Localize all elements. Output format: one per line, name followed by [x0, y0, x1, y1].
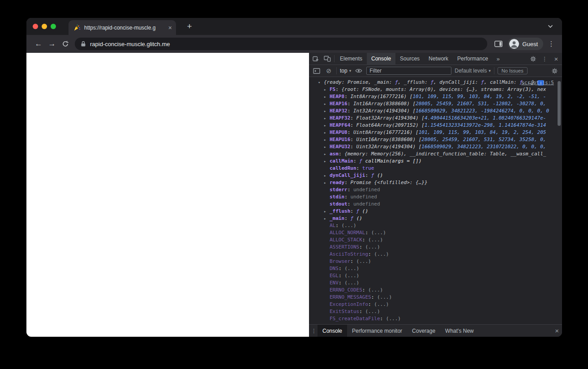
getter-ellipsis[interactable]: (...) — [374, 251, 389, 257]
live-expression-eye-icon[interactable] — [354, 68, 363, 73]
console-settings-gear-icon[interactable] — [550, 68, 559, 74]
devtools-tabs: ElementsConsoleSourcesNetworkPerformance — [335, 53, 493, 64]
value-preview: Int16Array(8388608) [ — [353, 101, 416, 107]
getter-ellipsis[interactable]: (...) — [365, 309, 380, 314]
getter-ellipsis[interactable]: (...) — [342, 223, 356, 228]
getter-ellipsis[interactable]: (...) — [356, 258, 371, 264]
getter-ellipsis[interactable]: (...) — [374, 301, 389, 307]
disclosure-closed-icon[interactable]: ▸ — [324, 172, 330, 179]
getter-ellipsis[interactable]: (...) — [365, 244, 380, 250]
devtools-tab-sources[interactable]: Sources — [395, 53, 424, 64]
new-tab-button[interactable]: + — [183, 20, 196, 33]
fullscreen-window-button[interactable] — [51, 24, 56, 29]
console-line: ALLOC_STACK: (...) — [309, 236, 562, 244]
drawer-tab-coverage[interactable]: Coverage — [407, 325, 440, 337]
disclosure-closed-icon[interactable]: ▸ — [324, 158, 330, 165]
minimize-window-button[interactable] — [42, 24, 47, 29]
reload-button[interactable] — [59, 37, 72, 51]
devtools-tab-network[interactable]: Network — [424, 53, 453, 64]
filter-input[interactable] — [366, 67, 451, 75]
more-tabs-icon[interactable]: » — [493, 53, 504, 64]
close-window-button[interactable] — [33, 24, 38, 29]
number-values: 28005, 25459, 21607, 531, -12802, -30278… — [416, 101, 546, 107]
settings-gear-icon[interactable] — [527, 56, 539, 62]
getter-ellipsis[interactable]: (...) — [344, 273, 359, 279]
getter-ellipsis[interactable]: (...) — [368, 237, 383, 243]
property-name: HEAPU32 — [330, 144, 350, 150]
undefined-value: undefined — [353, 187, 380, 193]
drawer-tab-performance-monitor[interactable]: Performance monitor — [347, 325, 407, 337]
profile-button[interactable]: Guest — [508, 38, 543, 50]
devtools-tab-performance[interactable]: Performance — [453, 53, 493, 64]
drawer-close-icon[interactable]: × — [555, 327, 559, 335]
getter-ellipsis[interactable]: (...) — [371, 230, 386, 236]
getter-ellipsis[interactable]: (...) — [368, 287, 383, 293]
getter-ellipsis[interactable]: (...) — [377, 294, 392, 300]
punctuation: : — [350, 115, 356, 121]
disclosure-closed-icon[interactable]: ▸ — [324, 122, 330, 129]
property-name: HEAP16 — [330, 101, 348, 107]
drawer-tab-what-s-new[interactable]: What's New — [440, 325, 479, 337]
getter-ellipsis[interactable]: (...) — [344, 280, 359, 286]
devtools-tab-elements[interactable]: Elements — [335, 53, 367, 64]
property-name: calledRun — [330, 165, 356, 171]
property-name: stdin — [330, 194, 344, 200]
console-line: ExceptionInfo: (...) — [309, 301, 562, 308]
issues-counter[interactable]: No Issues — [498, 67, 528, 74]
disclosure-closed-icon[interactable]: ▸ — [324, 100, 330, 107]
disclosure-closed-icon[interactable]: ▸ — [324, 179, 330, 186]
side-panel-icon[interactable] — [492, 37, 505, 51]
getter-ellipsis[interactable]: (...) — [386, 316, 401, 322]
address-bar[interactable]: rapid-concise-muscle.glitch.me — [75, 38, 487, 50]
console-line: stderr: undefined — [309, 186, 562, 193]
source-link[interactable]: script.js:5 — [521, 80, 554, 86]
drawer-menu-icon[interactable]: ⋮ — [310, 325, 318, 337]
console-line: Browser: (...) — [309, 258, 562, 265]
value-preview: {root: FSNode, mounts: Array(0), devices… — [342, 86, 546, 92]
console-line: stdin: undefined — [309, 193, 562, 201]
console-toolbar: ⊘ top ▾ Default levels ▾ — [309, 65, 562, 77]
back-button[interactable]: ← — [32, 37, 45, 51]
disclosure-closed-icon[interactable]: ▸ — [324, 107, 330, 115]
lock-icon[interactable] — [81, 41, 86, 47]
disclosure-closed-icon[interactable]: ▸ — [324, 93, 330, 100]
forward-button[interactable]: → — [45, 37, 59, 51]
disclosure-closed-icon[interactable]: ▸ — [324, 143, 330, 150]
value-preview: Uint8Array(16777216) [ — [353, 129, 419, 135]
getter-ellipsis[interactable]: (...) — [344, 266, 359, 271]
disclosure-open-icon[interactable]: ▾ — [318, 79, 324, 86]
browser-menu-icon[interactable]: ⋮ — [546, 40, 557, 48]
property-name: HEAP8 — [330, 94, 344, 99]
tab-close-icon[interactable]: × — [168, 25, 172, 31]
disclosure-closed-icon[interactable]: ▸ — [324, 86, 330, 93]
disclosure-closed-icon[interactable]: ▸ — [324, 215, 330, 222]
function-glyph: ƒ — [481, 79, 484, 85]
clear-console-icon[interactable]: ⊘ — [324, 68, 333, 74]
disclosure-closed-icon[interactable]: ▸ — [324, 129, 330, 136]
page-content[interactable] — [26, 53, 309, 337]
devtools-menu-icon[interactable]: ⋮ — [539, 56, 550, 62]
devtools-tab-console[interactable]: Console — [367, 53, 395, 64]
disclosure-closed-icon[interactable]: ▸ — [324, 115, 330, 122]
console-line: AL: (...) — [309, 222, 562, 229]
console-output[interactable]: script.js:5 ▾{ready: Promise, _main: ƒ, … — [309, 77, 562, 324]
device-toolbar-icon[interactable] — [322, 53, 333, 64]
context-selector[interactable]: top ▾ — [340, 68, 351, 74]
console-sidebar-icon[interactable] — [312, 68, 321, 74]
browser-tab[interactable]: https://rapid-concise-muscle.g × — [69, 20, 176, 35]
log-levels-dropdown[interactable]: Default levels ▾ — [455, 68, 491, 74]
console-line: ENV: (...) — [309, 279, 562, 287]
property-name: ENV — [330, 280, 339, 286]
disclosure-closed-icon[interactable]: ▸ — [324, 150, 330, 158]
inspect-element-icon[interactable] — [310, 53, 322, 64]
console-scrollbar[interactable] — [558, 81, 561, 126]
disclosure-closed-icon[interactable]: ▸ — [324, 208, 330, 215]
punctuation: : — [371, 294, 377, 300]
value-preview: , callMain: — [484, 79, 519, 85]
tab-search-chevron-icon[interactable] — [545, 21, 556, 32]
property-name: HEAP32 — [330, 108, 348, 114]
disclosure-closed-icon[interactable]: ▸ — [324, 136, 330, 143]
number-values: 1668509029, 34821223, -1984246274, 0, 0,… — [416, 108, 549, 114]
drawer-tab-console[interactable]: Console — [318, 325, 347, 337]
devtools-close-icon[interactable]: × — [550, 55, 562, 63]
